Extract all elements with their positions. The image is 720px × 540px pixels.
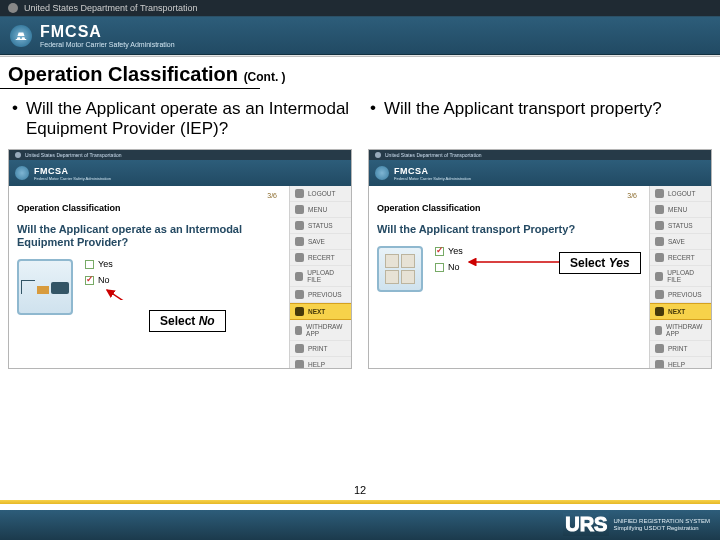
save-icon xyxy=(295,237,304,246)
no-label: No xyxy=(448,262,460,272)
mini-sidebar: LOGOUT MENU STATUS SAVE RECERT UPLOAD FI… xyxy=(289,186,351,368)
status-icon xyxy=(295,221,304,230)
side-print[interactable]: PRINT xyxy=(290,341,351,357)
mini-main-right: 3/6 Operation Classification Will the Ap… xyxy=(369,186,649,368)
withdraw-icon xyxy=(655,326,662,335)
slide-title: Operation Classification (Cont. ) xyxy=(0,57,720,88)
screenshot-property: United States Department of Transportati… xyxy=(368,149,712,369)
side-previous[interactable]: PREVIOUS xyxy=(290,287,351,303)
logout-icon xyxy=(295,189,304,198)
bullet-dot-icon: • xyxy=(12,99,18,139)
bullet-row: • Will the Applicant operate as an Inter… xyxy=(0,95,720,149)
screenshot-iep: United States Department of Transportati… xyxy=(8,149,352,369)
fmcsa-logo-icon xyxy=(10,25,32,47)
save-icon xyxy=(655,237,664,246)
side-next[interactable]: NEXT xyxy=(650,303,711,320)
bullet-right: • Will the Applicant transport property? xyxy=(370,99,708,139)
side-next[interactable]: NEXT xyxy=(290,303,351,320)
mini-question-right: Will the Applicant transport Property? xyxy=(377,223,641,236)
next-icon xyxy=(655,307,664,316)
dot-top-bar: United States Department of Transportati… xyxy=(0,0,720,16)
mini-fmcsa-sub: Federal Motor Carrier Safety Administrat… xyxy=(34,176,111,181)
mini-fmcsa-name: FMCSA xyxy=(394,166,471,176)
title-main: Operation Classification xyxy=(8,63,238,85)
bullet-dot-icon: • xyxy=(370,99,376,139)
fmcsa-name: FMCSA xyxy=(40,23,175,41)
side-help[interactable]: HELP xyxy=(290,357,351,369)
side-upload[interactable]: UPLOAD FILE xyxy=(290,266,351,287)
side-logout[interactable]: LOGOUT xyxy=(290,186,351,202)
mini-fmcsa-logo-icon xyxy=(375,166,389,180)
title-cont: (Cont. ) xyxy=(244,70,286,84)
no-label: No xyxy=(98,275,110,285)
mini-fmcsa-name: FMCSA xyxy=(34,166,111,176)
previous-icon xyxy=(295,290,304,299)
yes-label: Yes xyxy=(98,259,113,269)
recert-icon xyxy=(295,253,304,262)
menu-icon xyxy=(655,205,664,214)
mini-crumb: 3/6 xyxy=(377,192,641,199)
svg-line-0 xyxy=(105,288,149,300)
side-recert[interactable]: RECERT xyxy=(290,250,351,266)
urs-tag: UNIFIED REGISTRATION SYSTEM xyxy=(613,518,710,525)
print-icon xyxy=(655,344,664,353)
svg-line-1 xyxy=(107,290,149,300)
bullet-left: • Will the Applicant operate as an Inter… xyxy=(12,99,350,139)
radio-no[interactable]: No xyxy=(435,262,463,272)
dot-seal-icon xyxy=(8,3,18,13)
property-art-icon xyxy=(377,246,423,292)
mini-fmcsa-sub: Federal Motor Carrier Safety Administrat… xyxy=(394,176,471,181)
urs-logo-block: URS UNIFIED REGISTRATION SYSTEM Simplify… xyxy=(563,513,710,536)
callout-select-no: Select No xyxy=(149,310,226,332)
side-status[interactable]: STATUS xyxy=(290,218,351,234)
footer-gold-band xyxy=(0,500,720,504)
mini-section-title: Operation Classification xyxy=(17,203,281,213)
page-number: 12 xyxy=(354,484,366,496)
status-icon xyxy=(655,221,664,230)
mini-fmcsa-logo-icon xyxy=(15,166,29,180)
title-underline xyxy=(0,88,260,89)
bullet-left-text: Will the Applicant operate as an Intermo… xyxy=(26,99,350,139)
previous-icon xyxy=(655,290,664,299)
screenshots-row: United States Department of Transportati… xyxy=(0,149,720,369)
side-menu[interactable]: MENU xyxy=(650,202,711,218)
side-withdraw[interactable]: WITHDRAW APP xyxy=(650,320,711,341)
recert-icon xyxy=(655,253,664,262)
urs-logo: URS xyxy=(563,513,609,536)
menu-icon xyxy=(295,205,304,214)
fmcsa-sub: Federal Motor Carrier Safety Administrat… xyxy=(40,41,175,48)
dot-label: United States Department of Transportati… xyxy=(24,3,198,13)
side-menu[interactable]: MENU xyxy=(290,202,351,218)
mini-crumb: 3/6 xyxy=(17,192,281,199)
side-previous[interactable]: PREVIOUS xyxy=(650,287,711,303)
side-save[interactable]: SAVE xyxy=(650,234,711,250)
bullet-right-text: Will the Applicant transport property? xyxy=(384,99,662,139)
slide-footer: 12 URS UNIFIED REGISTRATION SYSTEM Simpl… xyxy=(0,532,720,540)
mini-sidebar: LOGOUT MENU STATUS SAVE RECERT UPLOAD FI… xyxy=(649,186,711,368)
upload-icon xyxy=(295,272,303,281)
iep-art-icon xyxy=(17,259,73,315)
help-icon xyxy=(295,360,304,369)
upload-icon xyxy=(655,272,663,281)
mini-fmcsa-band: FMCSAFederal Motor Carrier Safety Admini… xyxy=(369,160,711,186)
mini-dot-bar: United States Department of Transportati… xyxy=(9,150,351,160)
side-print[interactable]: PRINT xyxy=(650,341,711,357)
side-save[interactable]: SAVE xyxy=(290,234,351,250)
logout-icon xyxy=(655,189,664,198)
radio-yes[interactable]: Yes xyxy=(435,246,463,256)
mini-section-title: Operation Classification xyxy=(377,203,641,213)
side-withdraw[interactable]: WITHDRAW APP xyxy=(290,320,351,341)
yes-label: Yes xyxy=(448,246,463,256)
side-recert[interactable]: RECERT xyxy=(650,250,711,266)
radio-no[interactable]: No xyxy=(85,275,113,285)
side-status[interactable]: STATUS xyxy=(650,218,711,234)
print-icon xyxy=(295,344,304,353)
urs-sub: Simplifying USDOT Registration xyxy=(613,525,710,532)
side-help[interactable]: HELP xyxy=(650,357,711,369)
mini-main-left: 3/6 Operation Classification Will the Ap… xyxy=(9,186,289,368)
next-icon xyxy=(295,307,304,316)
side-upload[interactable]: UPLOAD FILE xyxy=(650,266,711,287)
side-logout[interactable]: LOGOUT xyxy=(650,186,711,202)
help-icon xyxy=(655,360,664,369)
radio-yes[interactable]: Yes xyxy=(85,259,113,269)
